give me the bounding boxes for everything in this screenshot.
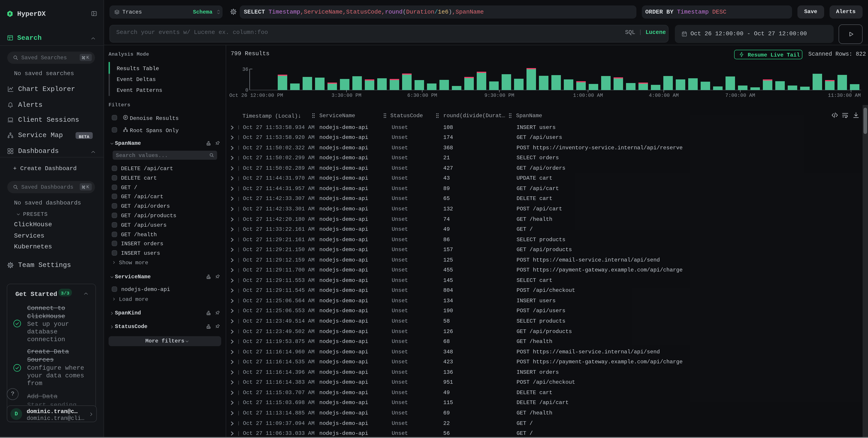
svg-text:7:00:00 AM: 7:00:00 AM xyxy=(725,93,755,98)
svg-text:4:00:00 AM: 4:00:00 AM xyxy=(649,93,679,98)
svg-text:11:30:00 AM: 11:30:00 AM xyxy=(828,93,861,98)
svg-text:Oct 26 12:00:00 PM: Oct 26 12:00:00 PM xyxy=(229,93,283,98)
svg-text:6:30:00 PM: 6:30:00 PM xyxy=(407,93,437,98)
svg-text:0: 0 xyxy=(245,88,248,93)
svg-text:1:00:00 AM: 1:00:00 AM xyxy=(573,93,603,98)
svg-text:36: 36 xyxy=(243,67,248,72)
svg-text:9:30:00 PM: 9:30:00 PM xyxy=(485,93,514,98)
svg-text:3:30:00 PM: 3:30:00 PM xyxy=(332,93,362,98)
